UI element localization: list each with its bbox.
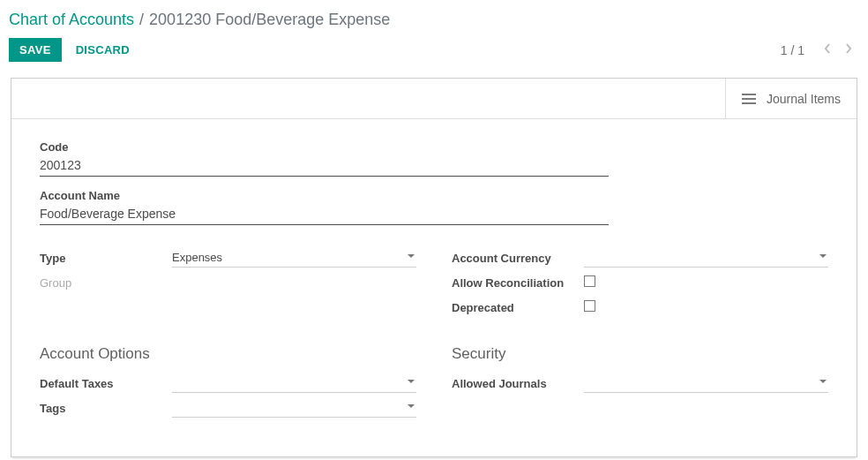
default-taxes-select[interactable]	[172, 374, 416, 393]
code-label: Code	[40, 140, 828, 154]
deprecated-label: Deprecated	[452, 301, 584, 314]
allow-reconciliation-label: Allow Reconciliation	[452, 276, 584, 290]
type-label: Type	[40, 252, 172, 265]
save-button[interactable]: SAVE	[9, 38, 62, 62]
pager-text: 1 / 1	[781, 43, 804, 57]
breadcrumb-separator: /	[139, 11, 144, 29]
allowed-journals-select[interactable]	[584, 374, 828, 393]
account-name-input[interactable]	[40, 205, 609, 225]
security-heading: Security	[452, 345, 828, 363]
discard-button[interactable]: DISCARD	[65, 38, 140, 62]
toolbar: SAVE DISCARD 1 / 1	[0, 34, 868, 78]
breadcrumb: Chart of Accounts / 2001230 Food/Beverag…	[0, 0, 868, 34]
type-select[interactable]	[172, 249, 416, 268]
breadcrumb-current: 2001230 Food/Beverage Expense	[149, 11, 390, 29]
tags-label: Tags	[40, 402, 172, 415]
group-label: Group	[40, 276, 172, 290]
code-input[interactable]	[40, 156, 609, 177]
allow-reconciliation-checkbox[interactable]	[584, 275, 595, 287]
pager-prev-button[interactable]	[817, 41, 838, 59]
account-options-heading: Account Options	[40, 345, 416, 363]
allowed-journals-label: Allowed Journals	[452, 377, 584, 390]
chevron-right-icon	[844, 42, 853, 55]
journal-items-label: Journal Items	[767, 92, 841, 106]
list-icon	[742, 91, 756, 107]
chevron-left-icon	[823, 42, 832, 55]
button-box: Journal Items	[11, 79, 857, 119]
breadcrumb-root-link[interactable]: Chart of Accounts	[9, 11, 134, 29]
account-name-label: Account Name	[40, 189, 828, 202]
account-currency-select[interactable]	[584, 249, 828, 268]
account-currency-label: Account Currency	[452, 252, 584, 265]
default-taxes-label: Default Taxes	[40, 377, 172, 390]
form-sheet: Journal Items Code Account Name Type Gro…	[11, 78, 857, 457]
journal-items-button[interactable]: Journal Items	[725, 79, 857, 118]
tags-select[interactable]	[172, 399, 416, 418]
deprecated-checkbox[interactable]	[584, 300, 595, 312]
pager: 1 / 1	[781, 41, 859, 59]
pager-next-button[interactable]	[838, 41, 859, 59]
